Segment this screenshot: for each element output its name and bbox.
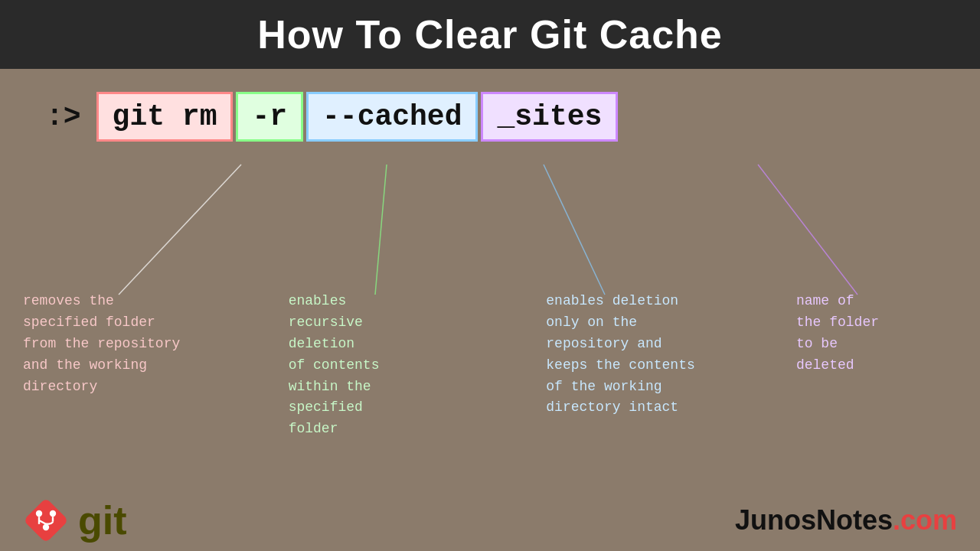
title-bar: How To Clear Git Cache xyxy=(0,0,980,69)
svg-line-2 xyxy=(544,165,605,295)
svg-rect-4 xyxy=(23,497,68,543)
junos-notes-brand: JunosNotes.com xyxy=(735,504,957,536)
cached-flag-box: --cached xyxy=(306,92,478,142)
svg-point-6 xyxy=(50,510,56,517)
footer: git JunosNotes.com xyxy=(0,497,980,543)
junos-notes-red: .com xyxy=(893,504,957,536)
r-flag-description: enablesrecursivedeletionof contentswithi… xyxy=(289,291,457,440)
svg-line-0 xyxy=(119,165,241,295)
r-flag-box: -r xyxy=(236,92,303,142)
command-area: :> git rm -r --cached _sites xyxy=(0,69,980,142)
svg-point-5 xyxy=(36,510,42,517)
git-diamond-icon xyxy=(23,497,69,543)
prompt: :> xyxy=(46,100,81,133)
descriptions-area: removes thespecified folderfrom the repo… xyxy=(0,291,980,440)
sites-arg-box: _sites xyxy=(481,92,618,142)
git-rm-box: git rm xyxy=(96,92,234,142)
main-content: :> git rm -r --cached _sites removes the… xyxy=(0,69,980,551)
git-rm-description: removes thespecified folderfrom the repo… xyxy=(23,291,191,440)
sites-arg-description: name ofthe folderto bedeleted xyxy=(796,291,949,440)
page-title: How To Clear Git Cache xyxy=(257,11,723,57)
git-logo: git xyxy=(23,497,127,543)
git-brand-text: git xyxy=(78,497,127,543)
svg-line-1 xyxy=(375,165,387,295)
cached-flag-description: enables deletiononly on therepository an… xyxy=(546,291,714,440)
svg-point-7 xyxy=(43,524,49,530)
svg-line-3 xyxy=(758,165,858,295)
junos-notes-black: JunosNotes xyxy=(735,504,893,536)
